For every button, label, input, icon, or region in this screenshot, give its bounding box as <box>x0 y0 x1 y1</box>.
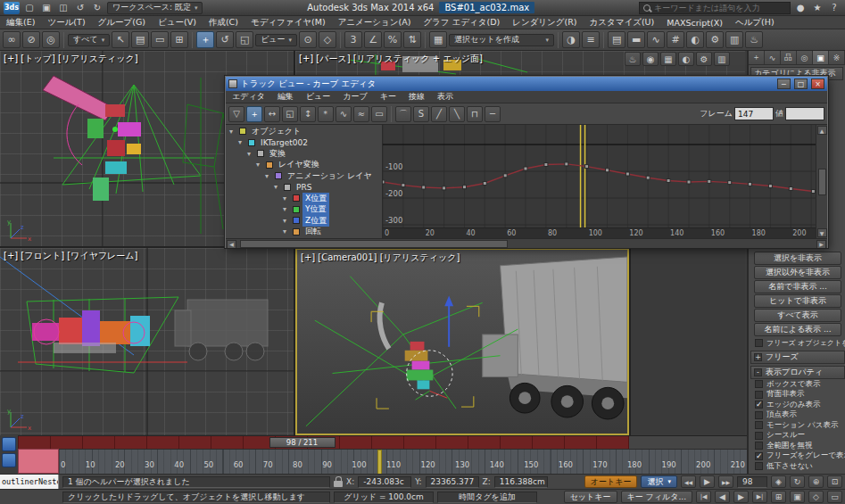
modify-tab-icon[interactable]: ∿ <box>765 51 781 64</box>
hide-by-name-button[interactable]: 名前で非表示 ... <box>754 280 841 293</box>
expand-arrow-icon[interactable]: ▾ <box>283 194 290 202</box>
vertex-ticks-checkbox[interactable]: 頂点表示 <box>749 410 845 421</box>
angle-snap-icon[interactable]: ∠ <box>364 31 382 48</box>
tv-menu-editor[interactable]: エディタ <box>226 91 271 103</box>
redo-icon[interactable]: ↻ <box>90 2 104 14</box>
slide-keys-icon[interactable]: ↔ <box>264 106 280 122</box>
curve-editor-icon[interactable]: ∿ <box>647 31 665 48</box>
checkbox-icon[interactable] <box>755 391 763 399</box>
hierarchy-tab-icon[interactable]: 品 <box>781 51 797 64</box>
play-button[interactable]: ▶ <box>700 475 715 488</box>
scroll-right-icon[interactable]: ▶ <box>816 240 826 249</box>
tv-menu-curves[interactable]: カーブ <box>336 91 373 103</box>
go-to-start-button[interactable]: |◀ <box>696 491 711 503</box>
search-input[interactable] <box>654 4 786 12</box>
tv-menu-show[interactable]: 表示 <box>431 91 460 103</box>
rollout-freeze[interactable]: + フリーズ <box>750 351 845 364</box>
tangent-step-icon[interactable]: ⊓ <box>467 106 483 122</box>
value-field[interactable] <box>785 107 824 120</box>
select-and-rotate-icon[interactable]: ↺ <box>216 31 234 48</box>
spinner-snap-icon[interactable]: ⇅ <box>403 31 421 48</box>
hide-frozen-checkbox[interactable]: フリーズ オブジェクトを非表示 <box>749 336 845 349</box>
tangent-slow-icon[interactable]: ╲ <box>449 106 465 122</box>
minimize-icon[interactable]: ─ <box>777 78 791 89</box>
expand-arrow-icon[interactable]: ▾ <box>247 150 254 158</box>
tv-menu-edit[interactable]: 編集 <box>271 91 300 103</box>
hide-selected-button[interactable]: 選択を非表示 <box>754 252 841 265</box>
previous-key-button[interactable]: ◀◀ <box>681 475 696 488</box>
viewport-front[interactable]: [+] [フロント] [ワイヤフレーム] x y z <box>0 248 294 435</box>
tangent-auto-icon[interactable]: ⌒ <box>395 106 411 122</box>
select-by-name-icon[interactable]: ▤ <box>131 31 149 48</box>
select-object-icon[interactable]: ↖ <box>112 31 129 48</box>
track-item-y-position[interactable]: ▾ Y位置 <box>226 204 382 216</box>
track-view-title-bar[interactable]: トラック ビュー - カーブ エディタ ─ □ × <box>226 77 827 91</box>
scale-keys-icon[interactable]: ◱ <box>282 106 298 122</box>
mini-toolbar-icon[interactable]: ▦ <box>660 52 676 66</box>
zoom-region-icon[interactable]: ▭ <box>827 491 842 503</box>
snaps-toggle-icon[interactable]: 3 <box>344 31 362 48</box>
select-and-link-icon[interactable]: ∞ <box>3 31 21 48</box>
time-slider-handle[interactable]: 98 / 211 <box>269 437 336 448</box>
favorites-star-icon[interactable]: ★ <box>810 2 824 14</box>
track-item-animation-layer[interactable]: ▾ アニメーション レイヤ <box>226 170 382 182</box>
key-filters-button[interactable]: キー フィルタ... <box>621 491 693 503</box>
checkbox-icon[interactable] <box>755 380 763 388</box>
checkbox-icon[interactable] <box>755 401 763 409</box>
next-key-button[interactable]: ▶▶ <box>718 475 733 488</box>
selection-lock-icon[interactable] <box>334 481 343 487</box>
motion-path-checkbox[interactable]: モーション パス表示 <box>749 420 845 431</box>
checkbox-icon[interactable] <box>755 462 763 470</box>
field-of-view-icon[interactable]: ◇ <box>808 491 824 503</box>
menu-help[interactable]: ヘルプ(H) <box>729 17 781 29</box>
maximize-icon[interactable]: □ <box>794 78 808 89</box>
previous-frame-button[interactable]: ◀ <box>715 491 730 503</box>
expand-arrow-icon[interactable]: ▾ <box>283 217 290 225</box>
checkbox-icon[interactable] <box>755 339 763 347</box>
viewport-label[interactable]: [+] [Camera001] [リアリスティック] <box>301 252 460 264</box>
macro-recorder-strip[interactable] <box>18 449 59 474</box>
named-selection-dropdown[interactable]: 選択セットを作成 ▾ <box>449 34 554 46</box>
viewport-label[interactable]: [+] [フロント] [ワイヤフレーム] <box>4 250 138 262</box>
filter-icon[interactable]: ▽ <box>228 106 244 122</box>
selection-filter-dropdown[interactable]: すべて ▾ <box>68 34 110 46</box>
scroll-left-icon[interactable]: ◀ <box>227 240 236 249</box>
simplify-curve-icon[interactable]: ≈ <box>353 106 369 122</box>
auto-key-button[interactable]: オートキー <box>584 475 638 488</box>
show-frozen-gray-checkbox[interactable]: フリーズをグレーで表示 <box>749 451 845 462</box>
viewport-camera[interactable]: [+] [Camera001] [リアリスティック] <box>295 248 629 435</box>
menu-views[interactable]: ビュー(V) <box>152 17 203 29</box>
draw-curves-icon[interactable]: ∿ <box>336 106 352 122</box>
zoom-icon[interactable]: ⊕ <box>808 475 824 488</box>
checkbox-icon[interactable] <box>755 411 763 419</box>
region-keys-icon[interactable]: ▭ <box>371 106 387 122</box>
track-item-transform[interactable]: ▾ 変換 <box>226 148 382 160</box>
edges-only-checkbox[interactable]: エッジのみ表示 <box>749 400 845 410</box>
scroll-up-icon[interactable]: ▲ <box>817 126 827 135</box>
select-and-move-icon[interactable]: ＋ <box>196 31 214 48</box>
selected-mode-dropdown[interactable]: 選択 ▾ <box>641 475 677 488</box>
new-scene-icon[interactable]: ▢ <box>22 2 37 14</box>
tangent-fast-icon[interactable]: ╱ <box>431 106 447 122</box>
mirror-icon[interactable]: ◑ <box>562 31 580 48</box>
search-box[interactable] <box>639 2 791 14</box>
curve-time-ruler[interactable]: 020406080100120140160180200 <box>383 227 816 238</box>
schematic-view-icon[interactable]: # <box>667 31 684 48</box>
maxscript-mini-listener[interactable]: outlinerNestedLa <box>0 475 59 489</box>
mini-toolbar-icon[interactable]: ⚙ <box>696 52 712 66</box>
mini-toolbar-icon[interactable]: ♨ <box>625 52 641 66</box>
set-key-button[interactable]: セットキー <box>564 491 617 503</box>
bind-to-space-warp-icon[interactable]: ◎ <box>42 31 60 48</box>
window-crossing-icon[interactable]: ⊞ <box>170 31 188 48</box>
backface-cull-checkbox[interactable]: 背面非表示 <box>749 390 845 401</box>
hide-by-hit-button[interactable]: ヒットで非表示 <box>754 294 841 308</box>
track-item-z-position[interactable]: ▾ Z位置 <box>226 215 382 227</box>
menu-modifiers[interactable]: モディファイヤ(M) <box>244 17 332 29</box>
mini-toolbar-icon[interactable]: ◉ <box>642 52 659 66</box>
expand-plus-icon[interactable]: + <box>754 353 762 361</box>
menu-rendering[interactable]: レンダリング(R) <box>506 17 583 29</box>
menu-group[interactable]: グループ(G) <box>92 17 152 29</box>
render-production-icon[interactable]: ♨ <box>745 31 763 48</box>
never-degrade-checkbox[interactable]: 低下させない <box>749 461 845 472</box>
viewport-layout-tab[interactable] <box>2 437 16 451</box>
